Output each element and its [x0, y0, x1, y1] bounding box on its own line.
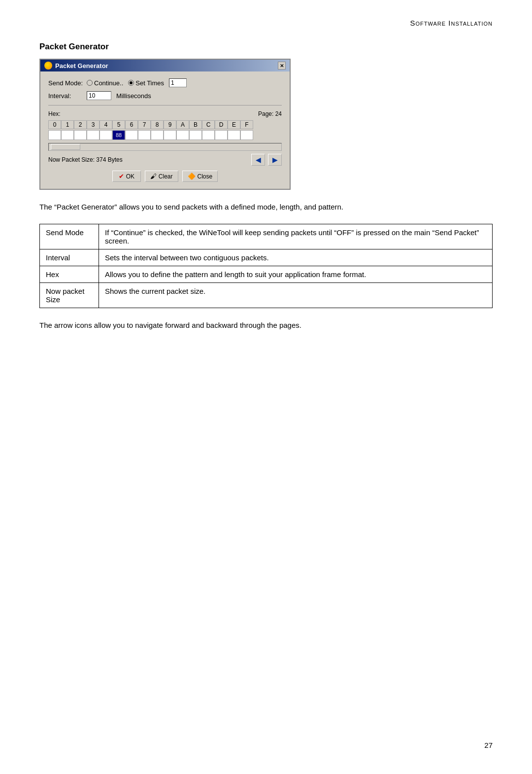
scrollbar-row [48, 143, 282, 151]
table-row: Now packet Size Shows the current packet… [40, 282, 493, 308]
hex-cell-5[interactable]: 88 [112, 130, 125, 140]
hex-cell-4[interactable] [100, 130, 112, 140]
packet-generator-dialog: Packet Generator ✕ Send Mode: Continue..… [39, 59, 291, 190]
hex-col-A: A [176, 120, 189, 129]
milliseconds-label: Milliseconds [116, 92, 151, 100]
hex-cell-E[interactable] [228, 130, 240, 140]
clear-button[interactable]: 🖌 Clear [145, 171, 178, 182]
close-label: Close [198, 173, 213, 180]
hex-label: Hex: [48, 110, 61, 117]
ok-button[interactable]: ✔ OK [112, 171, 141, 182]
hex-col-E: E [228, 120, 240, 129]
page-header: Software Installation [0, 0, 532, 27]
dialog-icon [44, 62, 52, 70]
interval-input[interactable]: 10 [87, 91, 111, 100]
scrollbar-thumb[interactable] [51, 144, 80, 150]
packet-size-row: Now Packet Size: 374 Bytes ◀ ▶ [48, 154, 282, 166]
hex-cell-3[interactable] [87, 130, 100, 140]
term-hex: Hex [40, 266, 99, 282]
next-page-button[interactable]: ▶ [268, 154, 282, 166]
dialog-close-button[interactable]: ✕ [278, 62, 286, 70]
footer-paragraph: The arrow icons allow you to navigate fo… [39, 320, 493, 331]
hex-page-row: Hex: Page: 24 [48, 110, 282, 117]
close-icon: 🔶 [188, 173, 196, 180]
dialog-buttons: ✔ OK 🖌 Clear 🔶 Close [48, 171, 282, 182]
continue-radio-circle[interactable] [87, 80, 93, 86]
term-send-mode: Send Mode [40, 224, 99, 249]
prev-page-button[interactable]: ◀ [251, 154, 265, 166]
hex-col-1: 1 [61, 120, 74, 129]
hex-cell-7[interactable] [138, 130, 151, 140]
set-times-input[interactable]: 1 [169, 78, 187, 87]
def-now-packet-size: Shows the current packet size. [99, 282, 493, 308]
table-row: Interval Sets the interval between two c… [40, 249, 493, 266]
hex-cell-B[interactable] [189, 130, 202, 140]
packet-size-label: Now Packet Size: 374 Bytes [48, 156, 123, 163]
def-interval: Sets the interval between two contiguous… [99, 249, 493, 266]
hex-cell-6[interactable] [125, 130, 138, 140]
hex-cell-1[interactable] [61, 130, 74, 140]
hex-cell-A[interactable] [176, 130, 189, 140]
hex-scrollbar[interactable] [48, 143, 282, 151]
def-hex: Allows you to define the pattern and len… [99, 266, 493, 282]
hex-cell-D[interactable] [215, 130, 228, 140]
hex-col-F: F [240, 120, 253, 129]
ok-label: OK [126, 173, 134, 180]
interval-row: Interval: 10 Milliseconds [48, 91, 282, 100]
hex-col-6: 6 [125, 120, 138, 129]
set-times-radio-item[interactable]: Set Times [128, 79, 164, 87]
hex-grid: 0 1 2 3 4 5 6 7 8 9 A B C D E F [48, 120, 282, 140]
table-row: Send Mode If “Continue” is checked, the … [40, 224, 493, 249]
hex-col-7: 7 [138, 120, 151, 129]
hex-column-headers: 0 1 2 3 4 5 6 7 8 9 A B C D E F [48, 120, 282, 129]
hex-col-3: 3 [87, 120, 100, 129]
titlebar-left: Packet Generator [44, 62, 108, 70]
send-mode-label: Send Mode: [48, 79, 87, 87]
hex-cell-9[interactable] [164, 130, 176, 140]
nav-arrows: ◀ ▶ [251, 154, 282, 166]
hex-col-8: 8 [151, 120, 164, 129]
close-button[interactable]: 🔶 Close [182, 171, 218, 182]
info-table: Send Mode If “Continue” is checked, the … [39, 224, 493, 308]
hex-col-D: D [215, 120, 228, 129]
def-send-mode: If “Continue” is checked, the WiNeTool w… [99, 224, 493, 249]
section-title: Packet Generator [39, 42, 493, 52]
hex-cell-C[interactable] [202, 130, 215, 140]
table-row: Hex Allows you to define the pattern and… [40, 266, 493, 282]
dialog-titlebar: Packet Generator ✕ [40, 60, 290, 71]
continue-radio-item[interactable]: Continue.. [87, 79, 123, 87]
hex-col-2: 2 [74, 120, 87, 129]
hex-col-B: B [189, 120, 202, 129]
hex-data-row: 88 [48, 130, 282, 140]
hex-cell-F[interactable] [240, 130, 253, 140]
divider-1 [48, 105, 282, 106]
header-title: Software Installation [410, 19, 493, 27]
send-mode-radio-group: Continue.. Set Times 1 [87, 78, 187, 87]
continue-label: Continue.. [94, 79, 123, 87]
set-times-label: Set Times [135, 79, 164, 87]
hex-cell-8[interactable] [151, 130, 164, 140]
page-number: 27 [484, 741, 493, 749]
set-times-radio-circle[interactable] [128, 80, 134, 86]
term-now-packet-size: Now packet Size [40, 282, 99, 308]
clear-icon: 🖌 [150, 173, 157, 180]
send-mode-row: Send Mode: Continue.. Set Times 1 [48, 78, 282, 87]
clear-label: Clear [159, 173, 173, 180]
ok-icon: ✔ [119, 173, 124, 180]
hex-col-C: C [202, 120, 215, 129]
hex-col-9: 9 [164, 120, 176, 129]
dialog-title: Packet Generator [55, 62, 108, 70]
hex-col-5: 5 [112, 120, 125, 129]
hex-col-0: 0 [48, 120, 61, 129]
dialog-body: Send Mode: Continue.. Set Times 1 [40, 71, 290, 189]
hex-cell-0[interactable] [48, 130, 61, 140]
page-label: Page: 24 [258, 110, 282, 117]
term-interval: Interval [40, 249, 99, 266]
hex-col-4: 4 [100, 120, 112, 129]
description-paragraph: The “Packet Generator” allows you to sen… [39, 202, 493, 213]
interval-label: Interval: [48, 92, 87, 100]
hex-cell-2[interactable] [74, 130, 87, 140]
